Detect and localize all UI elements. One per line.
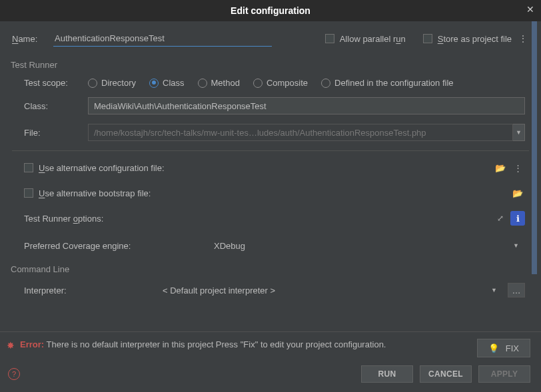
- folder-icon[interactable]: 📂: [510, 186, 525, 200]
- allow-parallel-label: Allow parallel run: [340, 34, 406, 44]
- alt-config-label: Use alternative configuration file:: [39, 163, 490, 173]
- scrollbar[interactable]: [532, 21, 537, 327]
- alt-bootstrap-checkbox[interactable]: [24, 188, 33, 198]
- scope-label: Test scope:: [24, 78, 88, 88]
- file-dropdown-icon[interactable]: ▼: [513, 124, 525, 141]
- apply-button[interactable]: APPLY: [478, 365, 530, 383]
- bug-icon: ✸: [7, 340, 15, 351]
- scroll-thumb[interactable]: [532, 21, 537, 274]
- scope-class[interactable]: Class: [149, 78, 185, 88]
- alt-bootstrap-label: Use alternative bootstrap file:: [39, 188, 508, 198]
- interpreter-browse[interactable]: …: [508, 283, 525, 297]
- dialog-title: Edit conﬁguration: [231, 5, 310, 16]
- scope-defined[interactable]: Defined in the configuration file: [321, 78, 454, 88]
- runner-options-label: Test Runner options:: [24, 214, 490, 224]
- folder-icon[interactable]: 📂: [493, 160, 508, 175]
- cancel-button[interactable]: CANCEL: [420, 365, 472, 383]
- allow-parallel-checkbox[interactable]: [325, 34, 334, 43]
- coverage-select[interactable]: XDebug ▼: [208, 236, 525, 255]
- file-label: File:: [24, 128, 88, 138]
- name-input[interactable]: [53, 31, 272, 47]
- error-text: Error: There is no default interpreter i…: [20, 339, 469, 351]
- chevron-down-icon: ▼: [513, 242, 519, 249]
- more-icon[interactable]: ⋮: [510, 160, 525, 175]
- scope-composite[interactable]: Composite: [253, 78, 308, 88]
- gear-icon[interactable]: ⋮: [518, 33, 528, 44]
- info-icon[interactable]: ℹ: [510, 211, 525, 226]
- name-label: Name:: [12, 34, 53, 44]
- alt-config-checkbox[interactable]: [24, 163, 33, 172]
- interpreter-select[interactable]: < Default project interpreter > ▼: [157, 281, 502, 299]
- bulb-icon: 💡: [488, 343, 499, 353]
- store-file-checkbox[interactable]: [423, 34, 432, 43]
- store-file-label: Store as project file: [438, 34, 512, 44]
- run-button[interactable]: RUN: [361, 365, 413, 383]
- help-icon[interactable]: ?: [8, 368, 20, 380]
- section-test-runner: Test Runner: [11, 60, 541, 70]
- chevron-down-icon: ▼: [491, 287, 497, 294]
- titlebar: Edit conﬁguration ✕: [0, 0, 541, 21]
- section-command-line: Command Line: [11, 264, 541, 274]
- scope-method[interactable]: Method: [198, 78, 240, 88]
- fix-button[interactable]: 💡 FIX: [477, 339, 530, 357]
- class-input[interactable]: [88, 97, 525, 114]
- coverage-label: Preferred Coverage engine:: [24, 241, 208, 251]
- separator: [12, 150, 529, 151]
- scope-directory[interactable]: Directory: [88, 78, 136, 88]
- interpreter-label: Interpreter:: [24, 286, 157, 295]
- expand-icon[interactable]: ⤢: [493, 211, 508, 226]
- class-label: Class:: [24, 101, 88, 111]
- file-input: [88, 124, 513, 141]
- close-icon[interactable]: ✕: [526, 4, 534, 15]
